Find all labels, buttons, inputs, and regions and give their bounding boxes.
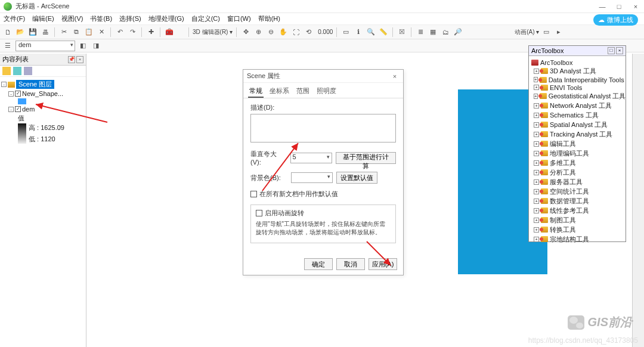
toolbox-root[interactable]: ArcToolbox	[540, 59, 572, 66]
cut-icon[interactable]: ✂	[58, 27, 69, 38]
tab-illumination[interactable]: 照明度	[315, 85, 338, 98]
target-icon[interactable]: ◨	[91, 41, 101, 51]
toolbox-item[interactable]: +数据管理工具	[531, 196, 623, 206]
redo-icon[interactable]: ↷	[127, 27, 138, 38]
toolbox-item[interactable]: +宗地结构工具	[531, 234, 623, 244]
copy-icon[interactable]: ⧉	[71, 27, 82, 38]
expand-icon[interactable]: +	[534, 85, 539, 90]
apply-button[interactable]: 应用(A)	[369, 258, 397, 270]
cancel-button[interactable]: 取消	[336, 258, 365, 270]
enable-anim-checkbox[interactable]	[256, 210, 262, 216]
expand-icon[interactable]: +	[534, 77, 538, 82]
full-extent-icon[interactable]: ⛶	[290, 27, 301, 38]
expand-icon[interactable]: +	[534, 160, 539, 166]
menu-geoprocessing[interactable]: 地理处理(G)	[148, 14, 184, 23]
expand-icon[interactable]: +	[534, 218, 539, 223]
ok-button[interactable]: 确定	[304, 258, 333, 270]
tab-general[interactable]: 常规	[248, 85, 264, 98]
minimize-button[interactable]: —	[594, 0, 611, 13]
restore-default-button[interactable]: 设置默认值	[336, 172, 377, 184]
scene-root-node[interactable]: Scene 图层	[16, 80, 54, 89]
clear-sel-icon[interactable]: ☒	[397, 27, 407, 38]
zoom-in-icon[interactable]: ⊕	[253, 27, 264, 38]
rotate-icon[interactable]: ⟲	[303, 27, 314, 38]
expand-icon[interactable]: +	[534, 103, 539, 109]
layer-name[interactable]: dem	[22, 106, 35, 113]
expand-icon[interactable]: +	[534, 141, 539, 147]
save-icon[interactable]: 💾	[27, 27, 38, 38]
toolbox-item[interactable]: +Geostatistical Analyst 工具	[531, 91, 623, 101]
add-layer-icon[interactable]: ✚	[145, 27, 156, 38]
toolbox-item[interactable]: +多维工具	[531, 158, 623, 168]
anim-rec-icon[interactable]: ▭	[541, 27, 552, 38]
expand-icon[interactable]: +	[534, 122, 539, 128]
menu-file[interactable]: 文件(F)	[4, 14, 25, 23]
toc-close-icon[interactable]: ×	[76, 56, 83, 63]
menu-customize[interactable]: 自定义(C)	[191, 14, 220, 23]
layer-checkbox[interactable]: ✓	[15, 106, 21, 112]
expand-icon[interactable]: -	[8, 91, 14, 97]
expand-icon[interactable]: +	[534, 199, 539, 204]
expand-icon[interactable]: +	[534, 170, 539, 175]
expand-icon[interactable]: +	[534, 237, 539, 242]
toolbox-item[interactable]: +编辑工具	[531, 139, 623, 148]
use-default-checkbox[interactable]	[250, 191, 257, 197]
undo-icon[interactable]: ↶	[114, 27, 125, 38]
toolbox-item[interactable]: +转换工具	[531, 225, 623, 234]
expand-icon[interactable]: +	[534, 179, 539, 185]
tab-coordsys[interactable]: 坐标系	[268, 85, 290, 98]
menu-window[interactable]: 窗口(W)	[227, 14, 251, 23]
expand-icon[interactable]: -	[1, 82, 7, 87]
find-icon[interactable]: 🔍	[366, 27, 376, 38]
toolbox-item[interactable]: +服务器工具	[531, 177, 623, 187]
expand-icon[interactable]: +	[534, 208, 539, 213]
expand-icon[interactable]: +	[534, 113, 539, 118]
select-icon[interactable]: ▭	[340, 27, 351, 38]
expand-icon[interactable]: +	[534, 189, 539, 194]
toolbox-item[interactable]: +Tracking Analyst 工具	[531, 129, 623, 139]
toolbox-item[interactable]: +Data Interoperability Tools	[531, 76, 623, 83]
anim-label[interactable]: 动画(A) ▾	[515, 28, 539, 36]
layer-checkbox[interactable]: ✓	[15, 91, 21, 97]
toolbox-close-icon[interactable]: ×	[616, 47, 623, 54]
menu-help[interactable]: 帮助(H)	[258, 14, 280, 23]
new-icon[interactable]: 🗋	[2, 27, 13, 38]
expand-icon[interactable]: +	[534, 151, 539, 156]
source-icon[interactable]: ◧	[78, 41, 88, 51]
editor-label[interactable]: 3D 编辑器(R) ▾	[193, 28, 233, 36]
identify-icon[interactable]: ℹ	[353, 27, 364, 38]
list-by-source-icon[interactable]	[13, 67, 21, 75]
toolbox-item[interactable]: +Spatial Analyst 工具	[531, 120, 623, 129]
desc-textarea[interactable]	[250, 114, 396, 142]
toolbox-item[interactable]: +分析工具	[531, 168, 623, 177]
menu-edit[interactable]: 编辑(E)	[32, 14, 54, 23]
toc-pin-icon[interactable]: 📌	[68, 56, 75, 63]
nav-icon[interactable]: ✥	[240, 27, 251, 38]
expand-icon[interactable]: +	[534, 227, 539, 233]
expand-icon[interactable]: +	[534, 132, 539, 137]
toolbox-icon[interactable]: 🧰	[164, 27, 175, 38]
menu-view[interactable]: 视图(V)	[61, 14, 83, 23]
toolbox-item[interactable]: +3D Analyst 工具	[531, 66, 623, 76]
toolbox-item[interactable]: +地理编码工具	[531, 148, 623, 158]
toolbox-item[interactable]: +空间统计工具	[531, 187, 623, 196]
expand-icon[interactable]: +	[534, 94, 538, 99]
toolbox-item[interactable]: +Network Analyst 工具	[531, 101, 623, 110]
layer-name[interactable]: New_Shape...	[22, 90, 63, 97]
delete-icon[interactable]: ✕	[96, 27, 107, 38]
print-icon[interactable]: 🖶	[40, 27, 51, 38]
bg-color-picker[interactable]	[291, 172, 333, 183]
open-icon[interactable]: 📂	[15, 27, 26, 38]
toolbox-item[interactable]: +Schematics 工具	[531, 110, 623, 120]
expand-icon[interactable]: +	[534, 69, 539, 74]
dialog-close-button[interactable]: ×	[390, 73, 400, 80]
layer-toggle-icon[interactable]: ☰	[2, 41, 13, 51]
measure-icon[interactable]: 📏	[378, 27, 389, 38]
pan-icon[interactable]: ✋	[278, 27, 289, 38]
expand-icon[interactable]: -	[8, 107, 14, 112]
toolbox-item[interactable]: +线性参考工具	[531, 206, 623, 215]
menu-selection[interactable]: 选择(S)	[119, 14, 141, 23]
anim-play-icon[interactable]: ▸	[553, 27, 564, 38]
zoom-out-icon[interactable]: ⊖	[265, 27, 276, 38]
weibo-pill-button[interactable]: ☁ 微博上线	[593, 14, 638, 26]
